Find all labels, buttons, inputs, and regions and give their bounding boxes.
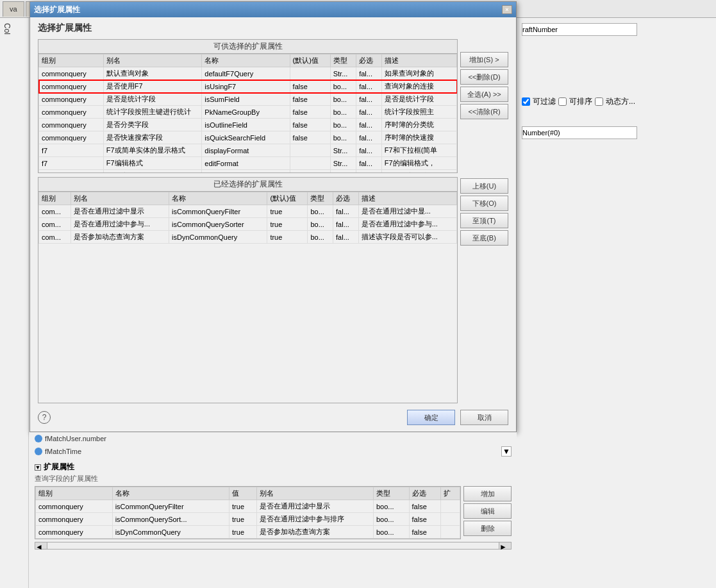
available-cell: displayFormat xyxy=(202,144,290,157)
available-table-row[interactable]: commonquery是否使用F7isUsingF7falsebo...fal.… xyxy=(39,80,457,93)
selected-table-row[interactable]: com...是否在通用过滤中参与...isCommonQuerySortertr… xyxy=(39,218,457,231)
available-table-row[interactable]: f7F7提交格式commitFormatStr...fal...F7的提交格式， xyxy=(39,170,457,173)
dialog-close-btn[interactable]: × xyxy=(502,5,512,14)
ext-table-row[interactable]: commonqueryisCommonQueryFiltertrue是否在通用过… xyxy=(36,500,460,513)
right-input-2[interactable] xyxy=(522,126,637,139)
checkbox-sortable[interactable] xyxy=(558,97,567,106)
ext-section-title: 扩展属性 xyxy=(44,462,74,473)
available-cell: fal... xyxy=(356,157,382,170)
cancel-button[interactable]: 取消 xyxy=(460,410,508,425)
col-default-bottom: (默认)值 xyxy=(267,192,308,205)
selected-table-scroll[interactable]: 组别 别名 名称 (默认)值 类型 必选 描述 com...是否在通用过滤中显示… xyxy=(38,192,457,403)
available-section-title: 可供选择的扩展属性 xyxy=(38,40,457,54)
dropdown-item-1: fMatchUser.number xyxy=(45,435,106,442)
scroll-right[interactable]: ► xyxy=(499,542,512,550)
ext-cell: false xyxy=(409,500,440,513)
dialog-titlebar: 选择扩展属性 × xyxy=(30,2,516,17)
available-table-scroll[interactable]: 组别 别名 名称 (默认)值 类型 必选 描述 commonquery默认查询对… xyxy=(38,54,457,172)
available-cell: false xyxy=(290,93,330,106)
available-cell: f7 xyxy=(39,170,104,173)
to-top-button[interactable]: 至顶(T) xyxy=(460,213,508,228)
available-cell: F7的编辑格式， xyxy=(381,157,456,170)
available-cell: F7和下拉框(简单 xyxy=(381,144,456,157)
available-cell: bo... xyxy=(330,93,356,106)
available-cell: commonquery xyxy=(39,93,104,106)
dialog-title: 选择扩展属性 xyxy=(34,4,80,15)
scroll-track xyxy=(47,542,499,550)
available-cell: Str... xyxy=(330,144,356,157)
available-cell: isSumField xyxy=(202,93,290,106)
available-properties-table: 组别 别名 名称 (默认)值 类型 必选 描述 commonquery默认查询对… xyxy=(38,54,457,172)
footer-right: 确定 取消 xyxy=(407,410,508,425)
scroll-left[interactable]: ◄ xyxy=(35,542,47,550)
clear-button[interactable]: <<清除(R) xyxy=(460,104,508,119)
tab-va[interactable]: va xyxy=(3,1,24,17)
available-cell: 是否使用F7 xyxy=(103,80,202,93)
available-cell: 序时簿的分类统 xyxy=(381,119,456,131)
selected-cell: true xyxy=(267,218,308,231)
available-cell: 序时簿的快速搜 xyxy=(381,131,456,144)
selected-cell: 是否在通用过滤中参与... xyxy=(71,218,169,231)
ext-properties-table: 组别 名称 值 别名 类型 必选 扩 commonqueryisCommonQu… xyxy=(35,487,460,539)
selected-table-row[interactable]: com...是否在通用过滤中显示isCommonQueryFiltertrueb… xyxy=(39,205,457,218)
col-name-top: 名称 xyxy=(202,55,290,67)
checkbox-dynamic[interactable] xyxy=(595,97,603,106)
ext-cell: 是否在通用过滤中显示 xyxy=(256,500,373,513)
available-cell: fal... xyxy=(356,144,382,157)
move-up-button[interactable]: 上移(U) xyxy=(460,178,508,194)
selected-cell: fal... xyxy=(333,205,359,218)
collapse-icon[interactable]: ▼ xyxy=(35,464,41,471)
available-cell: Str... xyxy=(330,170,356,173)
select-all-button[interactable]: 全选(A) >> xyxy=(460,87,508,102)
available-cell: bo... xyxy=(330,80,356,93)
delete-button[interactable]: <<删除(D) xyxy=(460,69,508,85)
available-table-row[interactable]: commonquery是否是统计字段isSumFieldfalsebo...fa… xyxy=(39,93,457,106)
col-alias-bottom: 别名 xyxy=(71,192,169,205)
dropdown-arrow[interactable]: ▼ xyxy=(501,446,512,457)
available-table-header: 组别 别名 名称 (默认)值 类型 必选 描述 xyxy=(39,55,457,67)
confirm-button[interactable]: 确定 xyxy=(407,410,455,425)
ext-delete-button[interactable]: 删除 xyxy=(463,521,512,536)
dialog-titlebar-buttons: × xyxy=(502,5,512,14)
left-panel: Col xyxy=(0,18,29,588)
move-down-button[interactable]: 下移(O) xyxy=(460,196,508,211)
selected-table-row[interactable]: com...是否参加动态查询方案isDynCommonQuerytruebo..… xyxy=(39,231,457,244)
ext-cell: isCommonQuerySort... xyxy=(112,513,229,526)
ext-col-extra: 扩 xyxy=(440,487,460,500)
right-input-1[interactable] xyxy=(522,23,637,36)
add-button[interactable]: 增加(S) > xyxy=(460,52,508,67)
ext-add-button[interactable]: 增加 xyxy=(463,486,512,501)
selected-cell: fal... xyxy=(333,218,359,231)
available-table-row[interactable]: commonquery统计字段按照主键进行统计PkNameGroupByfals… xyxy=(39,106,457,119)
available-table-row[interactable]: commonquery是否快速搜索字段isQuickSearchFieldfal… xyxy=(39,131,457,144)
ext-col-name: 名称 xyxy=(112,487,229,500)
top-action-buttons: 增加(S) > <<删除(D) 全选(A) >> <<清除(R) xyxy=(460,39,508,173)
ext-table-row[interactable]: commonqueryisCommonQuerySort...true是否在通用… xyxy=(36,513,460,526)
selected-cell: true xyxy=(267,231,308,244)
ext-table-container[interactable]: 组别 名称 值 别名 类型 必选 扩 commonqueryisCommonQu… xyxy=(35,486,461,539)
ext-table-row[interactable]: commonqueryisDynCommonQuerytrue是否参加动态查询方… xyxy=(36,526,460,539)
available-cell: fal... xyxy=(356,170,382,173)
available-cell: commonquery xyxy=(39,119,104,131)
available-properties-panel: 可供选择的扩展属性 组别 别名 名称 (默认)值 类型 必选 描述 xyxy=(38,39,458,173)
available-table-row[interactable]: commonquery默认查询对象defaultF7QueryStr...fal… xyxy=(39,67,457,80)
ext-col-type: 类型 xyxy=(374,487,410,500)
ext-cell: isDynCommonQuery xyxy=(112,526,229,539)
available-cell: fal... xyxy=(356,119,382,131)
selected-properties-table: 组别 别名 名称 (默认)值 类型 必选 描述 com...是否在通用过滤中显示… xyxy=(38,192,457,244)
help-icon[interactable]: ? xyxy=(38,411,51,424)
available-cell: commonquery xyxy=(39,80,104,93)
ext-cell xyxy=(440,526,460,539)
selected-cell: 是否在通用过滤中显示 xyxy=(71,205,169,218)
dropdown-item-2: fMatchTime xyxy=(45,448,81,455)
available-table-row[interactable]: commonquery是否分类字段isOutlineFieldfalsebo..… xyxy=(39,119,457,131)
available-cell: bo... xyxy=(330,131,356,144)
footer-left: ? xyxy=(38,411,51,424)
col-name-bottom: 名称 xyxy=(169,192,267,205)
ext-edit-button[interactable]: 编辑 xyxy=(463,503,512,519)
to-bottom-button[interactable]: 至底(B) xyxy=(460,230,508,246)
available-table-row[interactable]: f7F7或简单实体的显示格式displayFormatStr...fal...F… xyxy=(39,144,457,157)
checkbox-filterable[interactable] xyxy=(522,97,530,106)
available-table-row[interactable]: f7F7编辑格式editFormatStr...fal...F7的编辑格式， xyxy=(39,157,457,170)
bottom-section: 已经选择的扩展属性 组别 别名 名称 (默认)值 类型 必选 描述 xyxy=(38,177,508,403)
